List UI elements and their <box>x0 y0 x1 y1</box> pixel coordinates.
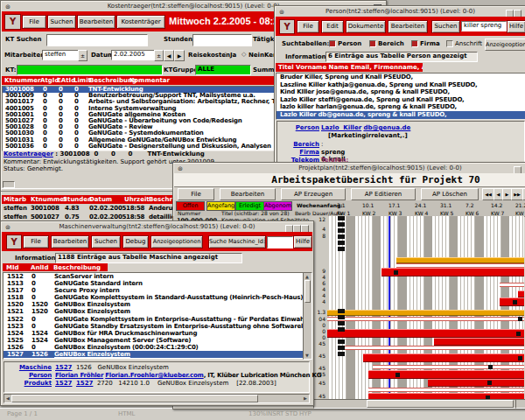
menu-kostentraeger[interactable]: Kostenträger <box>116 15 165 29</box>
table-row[interactable]: Lazlo Killer db@genua.de, spreng & knall… <box>276 111 525 119</box>
person-link[interactable]: Person <box>11 372 52 379</box>
menu-file[interactable]: File <box>23 235 49 248</box>
kt-suchen-input[interactable] <box>46 34 148 46</box>
nav-last-icon[interactable]: ▶▶ <box>511 188 523 200</box>
produkt-id2-link[interactable]: 1527 <box>76 380 93 387</box>
window-menu-icon[interactable]: ⊛ <box>278 9 285 16</box>
datum-input[interactable]: 2.02.2005 <box>111 50 155 60</box>
table-row[interactable]: lazlo killer harlan@genua.de, spreng & k… <box>276 103 525 111</box>
menu-file[interactable]: File <box>178 188 214 200</box>
ap-loeschen-button[interactable]: AP Löschen <box>421 188 479 200</box>
horizontal-scrollbar[interactable]: ◀ ▶ <box>4 394 310 403</box>
hilfe-button[interactable]: Hilfe <box>507 20 525 33</box>
checkbox-bereich-label[interactable]: Bereich <box>378 40 404 47</box>
datum-combo-button[interactable]: ± <box>154 50 164 61</box>
search-input[interactable]: killer spreng <box>461 21 507 32</box>
app-icon[interactable]: Y <box>4 14 21 30</box>
menu-file[interactable]: File <box>297 20 319 33</box>
checkbox-firma-label[interactable]: Firma <box>420 40 440 47</box>
gantt-bar[interactable] <box>343 346 524 350</box>
gantt-bar[interactable] <box>327 310 524 316</box>
table-row[interactable]: 15201520GeNUBox Einzelsystem <box>4 301 303 308</box>
mitarbeiter-combo-button[interactable]: ± <box>78 50 88 61</box>
person-name-link[interactable]: Lazlo Killer <box>321 124 361 131</box>
hilfe-button[interactable]: Hilfe <box>293 235 312 248</box>
gantt-bar[interactable] <box>434 338 524 346</box>
radio-nein-icon[interactable]: ◇ <box>242 51 246 58</box>
gantt-bar[interactable] <box>382 268 524 276</box>
menu-dokumente[interactable]: Dokumente <box>346 20 386 33</box>
gantt-bar[interactable] <box>363 354 524 362</box>
radio-ja-icon[interactable]: ◇ <box>223 51 228 58</box>
menu-suchen[interactable]: Suchen <box>47 15 76 29</box>
mini-scrollbar[interactable] <box>3 181 15 188</box>
menu-bearbeiten[interactable]: Bearbeiten <box>77 15 116 29</box>
gantt-bar[interactable] <box>518 290 524 298</box>
checkbox-anschrift-label[interactable]: Anschrift <box>455 40 482 47</box>
checkbox-bereich[interactable] <box>369 40 376 47</box>
table-row[interactable]: 15211520GeNUBox Einzelsystem <box>4 308 303 315</box>
window-menu-icon[interactable]: ⊛ <box>177 165 184 172</box>
anzeigeoptionen-button[interactable]: Anzeigeoptionen <box>485 38 525 51</box>
menu-anzeigeoptionen[interactable]: Anzeigeoptionen <box>150 235 203 248</box>
table-row[interactable]: 15130GeNUGate Standard intern <box>4 280 303 287</box>
maschine-link[interactable]: Maschine <box>11 364 52 371</box>
gantt-bar[interactable] <box>368 388 524 392</box>
menu-debug[interactable]: Debug <box>122 235 149 248</box>
vertical-scrollbar[interactable]: ▲ ▼ <box>303 272 312 360</box>
maschine-id-link[interactable]: 1527 <box>55 364 72 371</box>
person-link[interactable]: Person <box>284 124 319 131</box>
maschine-id-input[interactable] <box>267 236 293 248</box>
table-row[interactable]: 15120ScanServer intern <box>4 273 303 280</box>
app-icon[interactable]: Y <box>279 19 295 34</box>
menu-bearbeiten[interactable]: Bearbeiten <box>51 235 89 248</box>
table-row[interactable]: 15251524GeNUBox Management Server (Softw… <box>4 337 303 344</box>
bereich-link[interactable]: Bereich <box>284 141 319 148</box>
app-icon[interactable]: Y <box>6 234 22 249</box>
scrollbar-thumb[interactable] <box>367 400 514 408</box>
gantt-bar[interactable] <box>500 283 524 287</box>
suche-maschine-id-button[interactable]: Suche Maschine_Id: <box>208 235 266 248</box>
gantt-bar[interactable] <box>373 365 524 369</box>
gantt-bar[interactable] <box>500 298 524 306</box>
scroll-right-icon[interactable]: ▶ <box>303 396 308 401</box>
scroll-left-icon[interactable]: ◀ <box>5 396 10 401</box>
prev-day-button[interactable]: ◀ <box>164 50 174 61</box>
menu-bearbeiten[interactable]: Bearbeiten <box>388 20 428 33</box>
ja-label[interactable]: Ja <box>230 52 236 59</box>
gantt-bar[interactable] <box>327 317 524 321</box>
checkbox-person[interactable] <box>329 40 336 47</box>
ap-erzeugen-button[interactable]: AP Erzeugen <box>281 188 346 200</box>
gantt-bar[interactable] <box>428 379 524 387</box>
checkbox-anschrift[interactable] <box>446 40 453 47</box>
stunden-input[interactable] <box>192 34 252 46</box>
scrollbar-thumb[interactable] <box>11 395 258 402</box>
ap-editieren-button[interactable]: AP Editieren <box>351 188 416 200</box>
gantt-bar[interactable] <box>368 370 524 379</box>
ktgruppe-input[interactable]: ALLE <box>195 65 251 75</box>
checkbox-person-label[interactable]: Person <box>338 40 361 47</box>
gantt-bar[interactable] <box>396 257 524 263</box>
window-menu-icon[interactable]: ⊛ <box>4 224 11 231</box>
menu-file[interactable]: File <box>22 15 46 29</box>
person-email-link[interactable]: Florian.Froehler@klueber.com <box>105 372 203 379</box>
table-row[interactable]: Kind KIller jose@genua.de, spreng & knal… <box>276 88 525 96</box>
table-row[interactable]: Lazlo Killer steffi@genua.de, Spreng und… <box>276 96 525 104</box>
table-row[interactable]: 15180GeNUGate Komplettsystem in Standard… <box>4 294 303 301</box>
checkbox-firma[interactable] <box>411 40 418 47</box>
nein-label[interactable]: Nein <box>248 52 264 59</box>
mitarbeiter-combo[interactable]: steffen <box>42 50 79 60</box>
menu-edit[interactable]: Edit <box>321 20 344 33</box>
scroll-up-icon[interactable]: ▲ <box>304 274 310 279</box>
scrollbar-thumb[interactable] <box>304 280 311 303</box>
person-email-link[interactable]: db@genua.de <box>363 124 410 131</box>
table-row[interactable]: 15230GeNUGate Standby Ersatzsystem in En… <box>4 323 303 330</box>
produkt-link[interactable]: Produkt <box>11 380 52 387</box>
gantt-bar[interactable] <box>327 329 524 338</box>
kostentraeger-link[interactable]: Kostentraeger <box>4 150 53 158</box>
table-row[interactable]: 15170Secure Proxy intern <box>4 287 303 294</box>
scrollbar-corner[interactable] <box>515 399 525 409</box>
table-row[interactable]: 15271526GeNUBox Einzelsystem <box>4 351 303 358</box>
suchen-button[interactable]: Suchen <box>431 20 460 33</box>
gantt-bar[interactable] <box>368 393 524 399</box>
